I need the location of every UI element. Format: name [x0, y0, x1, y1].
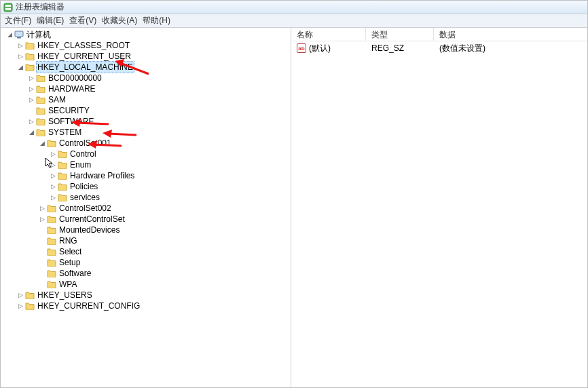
- folder-icon: [47, 237, 56, 245]
- tree-label: Hardware Profiles: [69, 170, 136, 181]
- tree-mounted[interactable]: ▷ MountedDevices: [3, 225, 291, 235]
- values-pane: 名称 类型 数据 ab (默认) REG_SZ (数值未设置): [291, 28, 587, 387]
- main-area: ◢ 计算机 ▷ HKEY_CLASSES_ROOT ▷ HKEY_CURRENT…: [1, 28, 587, 387]
- expand-icon[interactable]: ▷: [17, 300, 24, 311]
- expand-icon[interactable]: ▷: [50, 159, 56, 170]
- expand-icon[interactable]: ▷: [39, 203, 45, 214]
- tree-rng[interactable]: ▷ RNG: [3, 235, 291, 246]
- expand-icon[interactable]: ▷: [50, 170, 56, 181]
- folder-icon: [58, 150, 67, 158]
- menu-favorites[interactable]: 收藏夹(A): [102, 15, 137, 26]
- folder-icon: [36, 74, 45, 82]
- tree-label: SECURITY: [47, 105, 91, 116]
- tree-setup[interactable]: ▷ Setup: [3, 257, 291, 268]
- tree-system[interactable]: ◢ SYSTEM: [3, 127, 291, 138]
- folder-icon: [58, 182, 67, 191]
- tree-label: MountedDevices: [58, 225, 121, 235]
- value-name: (默认): [309, 43, 331, 54]
- expand-icon[interactable]: ▷: [50, 181, 56, 192]
- window-title: 注册表编辑器: [16, 1, 65, 13]
- tree-label: HARDWARE: [47, 83, 97, 94]
- tree-label: HKEY_CLASSES_ROOT: [36, 40, 131, 51]
- tree-hklm[interactable]: ◢ HKEY_LOCAL_MACHINE: [3, 62, 291, 73]
- column-header-name[interactable]: 名称: [291, 28, 366, 41]
- folder-icon: [58, 193, 67, 201]
- expand-icon[interactable]: ▷: [17, 40, 24, 51]
- tree-label: Setup: [58, 257, 81, 268]
- tree-pane[interactable]: ◢ 计算机 ▷ HKEY_CLASSES_ROOT ▷ HKEY_CURRENT…: [1, 28, 291, 387]
- menu-bar: 文件(F) 编辑(E) 查看(V) 收藏夹(A) 帮助(H): [1, 14, 587, 28]
- folder-icon: [25, 52, 35, 60]
- folder-icon: [47, 204, 56, 212]
- expand-icon[interactable]: ▷: [50, 149, 56, 159]
- tree-enum[interactable]: ▷ Enum: [3, 159, 291, 170]
- tree-root[interactable]: ◢ 计算机: [3, 29, 291, 40]
- tree-hku[interactable]: ▷ HKEY_USERS: [3, 290, 291, 300]
- tree-security[interactable]: ▷ SECURITY: [3, 105, 291, 116]
- collapse-icon[interactable]: ◢: [6, 29, 13, 40]
- tree-label: 计算机: [25, 29, 52, 40]
- tree-label: Software: [58, 268, 92, 279]
- folder-icon: [25, 291, 35, 299]
- folder-icon: [47, 248, 56, 256]
- tree-cs001[interactable]: ◢ ControlSet001: [3, 138, 291, 149]
- collapse-icon[interactable]: ◢: [17, 62, 24, 73]
- tree-software[interactable]: ▷ SOFTWARE: [3, 116, 291, 127]
- expand-icon[interactable]: ▷: [28, 116, 35, 127]
- title-bar: 注册表编辑器: [1, 1, 587, 14]
- value-row[interactable]: ab (默认) REG_SZ (数值未设置): [291, 41, 587, 55]
- menu-file[interactable]: 文件(F): [5, 15, 31, 26]
- tree-label: SAM: [47, 94, 67, 105]
- tree-software2[interactable]: ▷ Software: [3, 268, 291, 279]
- tree-label: SOFTWARE: [47, 116, 96, 127]
- tree-sam[interactable]: ▷ SAM: [3, 94, 291, 105]
- folder-icon: [36, 106, 45, 115]
- menu-view[interactable]: 查看(V): [69, 15, 96, 26]
- tree-hkcr[interactable]: ▷ HKEY_CLASSES_ROOT: [3, 40, 291, 51]
- tree-select[interactable]: ▷ Select: [3, 246, 291, 257]
- tree-label: BCD00000000: [47, 73, 103, 83]
- expand-icon[interactable]: ▷: [50, 192, 56, 203]
- expand-icon[interactable]: ▷: [39, 214, 45, 225]
- column-header-type[interactable]: 类型: [366, 28, 434, 41]
- expand-icon[interactable]: ▷: [28, 94, 35, 105]
- tree-services[interactable]: ▷ services: [3, 192, 291, 203]
- expand-icon[interactable]: ▷: [28, 73, 35, 83]
- folder-icon: [47, 269, 56, 277]
- tree-hkcc[interactable]: ▷ HKEY_CURRENT_CONFIG: [3, 300, 291, 311]
- tree-label: HKEY_CURRENT_CONFIG: [36, 300, 141, 311]
- menu-help[interactable]: 帮助(H): [143, 15, 170, 26]
- tree-label: Enum: [69, 159, 92, 170]
- folder-icon: [58, 172, 67, 180]
- folder-icon: [36, 96, 45, 104]
- string-value-icon: ab: [297, 43, 306, 53]
- expand-icon[interactable]: ▷: [17, 290, 24, 300]
- folder-icon: [47, 226, 56, 234]
- tree-label: ControlSet001: [58, 138, 113, 149]
- column-header-data[interactable]: 数据: [434, 28, 587, 41]
- collapse-icon[interactable]: ◢: [28, 127, 35, 138]
- folder-icon: [25, 41, 35, 50]
- tree-label: HKEY_LOCAL_MACHINE: [36, 61, 134, 73]
- tree-ccs[interactable]: ▷ CurrentControlSet: [3, 214, 291, 225]
- tree-hwprof[interactable]: ▷ Hardware Profiles: [3, 170, 291, 181]
- svg-rect-4: [17, 37, 21, 39]
- collapse-icon[interactable]: ◢: [39, 138, 45, 149]
- tree-policies[interactable]: ▷ Policies: [3, 181, 291, 192]
- tree-wpa[interactable]: ▷ WPA: [3, 279, 291, 290]
- tree-label: services: [69, 192, 101, 203]
- tree-control[interactable]: ▷ Control: [3, 149, 291, 159]
- tree-hkcu[interactable]: ▷ HKEY_CURRENT_USER: [3, 51, 291, 62]
- menu-edit[interactable]: 编辑(E): [37, 15, 64, 26]
- tree-bcd[interactable]: ▷ BCD00000000: [3, 73, 291, 83]
- tree-cs002[interactable]: ▷ ControlSet002: [3, 203, 291, 214]
- folder-icon: [47, 258, 56, 267]
- tree-hardware[interactable]: ▷ HARDWARE: [3, 83, 291, 94]
- tree-label: Control: [69, 149, 98, 159]
- expand-icon[interactable]: ▷: [28, 83, 35, 94]
- tree-label: Select: [58, 246, 83, 257]
- folder-icon: [25, 302, 35, 310]
- expand-icon[interactable]: ▷: [17, 51, 24, 62]
- computer-icon: [14, 31, 24, 39]
- tree-label: HKEY_USERS: [36, 290, 94, 300]
